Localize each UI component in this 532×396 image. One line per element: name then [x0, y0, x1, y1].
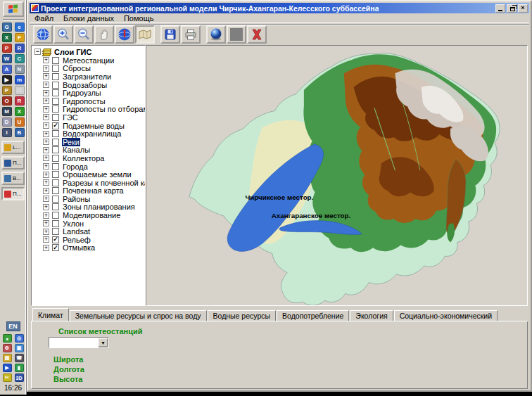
collapse-minus-icon[interactable]: − — [34, 49, 41, 55]
quick-launch-icon[interactable]: P — [2, 86, 12, 95]
layer-item[interactable]: + ✓ Орошаемые земли — [32, 170, 145, 179]
layer-label[interactable]: Зоны планирования — [62, 203, 136, 211]
tray-icon[interactable]: ▣ — [15, 344, 24, 352]
layer-checkbox[interactable]: ✓ — [52, 155, 59, 162]
layer-checkbox[interactable]: ✓ — [52, 187, 59, 194]
quick-launch-icon[interactable]: D — [2, 117, 12, 127]
save-button[interactable] — [160, 25, 180, 44]
expand-plus-icon[interactable]: + — [43, 204, 49, 210]
layer-label[interactable]: Загрязнители — [62, 72, 112, 81]
chevron-down-icon[interactable]: ▼ — [98, 338, 108, 347]
layer-checkbox[interactable]: ✓ — [52, 220, 59, 227]
layer-checkbox[interactable]: ✓ — [52, 106, 59, 113]
start-button[interactable] — [3, 1, 24, 17]
layer-item[interactable]: + ✓ Районы — [32, 195, 145, 203]
quick-launch-icon[interactable]: B — [15, 128, 25, 137]
tab[interactable]: Климат — [32, 308, 69, 321]
layer-item[interactable]: + ✓ Моделирование — [32, 211, 145, 219]
layer-item[interactable]: + ✓ Отмывка — [32, 244, 145, 253]
station-combobox-value[interactable] — [49, 338, 98, 347]
layer-item[interactable]: + ✓ Гидроузлы — [32, 89, 145, 97]
layer-label[interactable]: Разрезы к почвенной карте — [62, 179, 146, 187]
expand-plus-icon[interactable]: + — [43, 90, 49, 96]
layer-item[interactable]: + ✓ Почвенная карта — [32, 187, 145, 196]
language-indicator[interactable]: EN — [6, 321, 20, 331]
quick-launch-icon[interactable]: C — [15, 54, 25, 63]
layer-label[interactable]: Города — [62, 162, 89, 171]
layer-item[interactable]: + ✓ Каналы — [32, 146, 145, 155]
quick-launch-icon[interactable]: G — [2, 23, 12, 32]
expand-plus-icon[interactable]: + — [43, 114, 49, 120]
quick-launch-icon[interactable]: R — [15, 44, 25, 53]
title-bar[interactable]: Проект интегрированной региональной моде… — [30, 3, 529, 13]
expand-plus-icon[interactable]: + — [43, 229, 49, 235]
expand-plus-icon[interactable]: + — [43, 236, 49, 243]
station-combobox[interactable]: ▼ — [49, 337, 109, 348]
layer-label[interactable]: Уклон — [62, 219, 84, 228]
quick-launch-icon[interactable]: e — [15, 23, 25, 32]
menu-item[interactable]: Блоки данных — [58, 13, 119, 23]
layer-item[interactable]: + ✓ Рельеф — [32, 236, 145, 244]
layer-checkbox[interactable]: ✓ — [52, 82, 59, 89]
expand-plus-icon[interactable]: + — [43, 163, 49, 170]
layer-item[interactable]: + ✓ Уклон — [32, 219, 145, 228]
full-extent-globe-button[interactable] — [33, 25, 53, 44]
quick-launch-icon[interactable]: W — [2, 54, 12, 63]
layer-label[interactable]: Реки — [62, 138, 80, 146]
layer-label[interactable]: Гидропосты — [62, 97, 106, 106]
quick-launch-icon[interactable]: ▶ — [2, 75, 12, 84]
layer-checkbox[interactable]: ✓ — [52, 244, 59, 251]
expand-plus-icon[interactable]: + — [43, 172, 49, 178]
layer-item[interactable]: + ✓ Метеостанции — [32, 56, 145, 65]
tray-icon[interactable]: ✿ — [3, 344, 12, 352]
layer-checkbox[interactable]: ✓ — [52, 98, 59, 105]
print-button[interactable] — [181, 25, 201, 44]
task-button[interactable]: П... — [1, 156, 25, 170]
layer-item[interactable]: + ✓ Водозаборы — [32, 81, 145, 89]
tab[interactable]: Экология — [350, 310, 393, 321]
tray-icon[interactable]: ▶ — [3, 364, 12, 372]
identify-button[interactable] — [115, 25, 134, 44]
blank-button[interactable] — [227, 25, 246, 44]
layer-label[interactable]: Подземные воды — [62, 122, 125, 130]
expand-plus-icon[interactable]: + — [43, 65, 49, 72]
restore-button[interactable] — [507, 4, 517, 13]
layer-label[interactable]: Орошаемые земли — [62, 170, 132, 179]
layer-item[interactable]: + ✓ ГЭС — [32, 113, 145, 122]
quick-launch-icon[interactable]: X — [2, 33, 12, 42]
expand-plus-icon[interactable]: + — [43, 196, 49, 202]
layer-checkbox[interactable]: ✓ — [52, 114, 59, 121]
expand-plus-icon[interactable]: + — [43, 147, 49, 153]
tray-icon[interactable]: ☎ — [15, 354, 24, 362]
tab[interactable]: Водопотребление — [277, 310, 349, 321]
layer-item[interactable]: + ✓ Сбросы — [32, 65, 145, 73]
expand-plus-icon[interactable]: + — [43, 139, 49, 145]
expand-plus-icon[interactable]: + — [43, 179, 49, 186]
quick-launch-icon[interactable]: P — [2, 44, 12, 53]
quick-launch-icon[interactable]: M — [2, 107, 12, 116]
expand-plus-icon[interactable]: + — [43, 220, 49, 226]
menu-item[interactable]: Помощь — [119, 13, 159, 23]
layer-checkbox[interactable]: ✓ — [52, 73, 59, 80]
layer-checkbox[interactable]: ✓ — [52, 65, 59, 72]
expand-plus-icon[interactable]: + — [43, 212, 49, 219]
layer-item[interactable]: + ✓ Коллектора — [32, 154, 145, 162]
sphere-button[interactable] — [206, 25, 226, 44]
layer-label[interactable]: Гидропосты по отборам — [62, 105, 146, 113]
tab[interactable]: Социально-экономический — [394, 310, 498, 321]
layer-checkbox[interactable]: ✓ — [52, 122, 59, 129]
quick-launch-icon[interactable]: □ — [15, 86, 25, 95]
minimize-button[interactable] — [495, 4, 505, 13]
task-button[interactable]: B... — [1, 172, 25, 185]
layer-label[interactable]: Сбросы — [62, 64, 91, 72]
layer-item[interactable]: + ✓ Разрезы к почвенной карте — [32, 179, 145, 187]
close-button[interactable]: × — [518, 4, 528, 13]
layer-checkbox[interactable]: ✓ — [52, 130, 59, 137]
layer-checkbox[interactable]: ✓ — [52, 203, 59, 210]
layer-label[interactable]: Водозаборы — [62, 81, 108, 89]
exit-button[interactable] — [247, 25, 267, 44]
quick-launch-icon[interactable]: F — [15, 33, 25, 42]
quick-launch-icon[interactable]: m — [15, 75, 25, 84]
expand-plus-icon[interactable]: + — [43, 73, 49, 79]
layer-item[interactable]: + ✓ Водохранилища — [32, 129, 145, 138]
